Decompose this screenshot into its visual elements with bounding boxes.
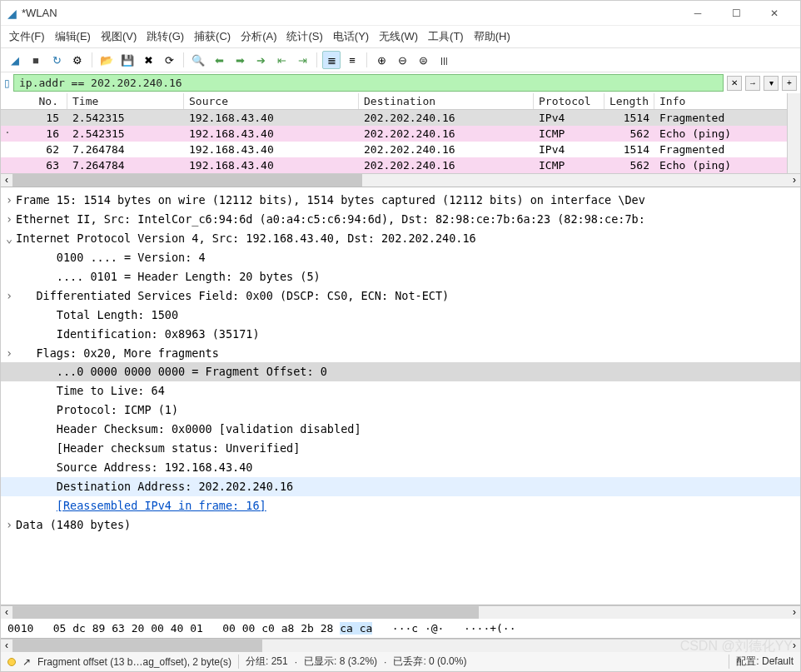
packet-row[interactable]: 162.542315192.168.43.40202.202.240.16ICM… <box>1 126 800 142</box>
cell-time: 2.542315 <box>67 126 184 142</box>
details-hscroll[interactable]: ‹› <box>1 605 800 619</box>
detail-row[interactable]: ›Frame 15: 1514 bytes on wire (12112 bit… <box>1 191 800 210</box>
bytes-hscroll[interactable]: ‹› <box>1 639 800 652</box>
save-icon[interactable]: 💾 <box>118 51 137 69</box>
detail-row[interactable]: Protocol: ICMP (1) <box>1 401 800 420</box>
menu-statistics[interactable]: 统计(S) <box>286 29 322 44</box>
maximize-button[interactable]: ☐ <box>717 1 755 26</box>
minimize-button[interactable]: ─ <box>679 1 717 26</box>
status-dropped: 已丢弃: 0 (0.0%) <box>393 655 466 669</box>
detail-row[interactable]: › Flags: 0x20, More fragments <box>1 344 800 363</box>
detail-row[interactable]: Header Checksum: 0x0000 [validation disa… <box>1 420 800 439</box>
col-destination[interactable]: Destination <box>359 93 534 109</box>
clear-filter-button[interactable]: ✕ <box>727 76 742 91</box>
autoscroll-icon[interactable]: ≣ <box>322 51 341 69</box>
detail-row[interactable]: Destination Address: 202.202.240.16 <box>1 477 800 496</box>
last-icon[interactable]: ⇥ <box>293 51 311 69</box>
packet-row[interactable]: 152.542315192.168.43.40202.202.240.16IPv… <box>1 110 800 126</box>
col-length[interactable]: Length <box>604 93 654 109</box>
back-icon[interactable]: ⬅ <box>210 51 228 69</box>
col-no[interactable]: No. <box>1 93 67 109</box>
detail-row[interactable]: ›Ethernet II, Src: IntelCor_c6:94:6d (a0… <box>1 210 800 229</box>
window-title: *WLAN <box>22 7 679 19</box>
col-info[interactable]: Info <box>654 93 800 109</box>
cell-info: Fragmented <box>654 110 800 126</box>
add-filter-button[interactable]: + <box>782 76 797 91</box>
menu-edit[interactable]: 编辑(E) <box>55 29 91 44</box>
titlebar: ◢ *WLAN ─ ☐ ✕ <box>1 1 800 26</box>
detail-row[interactable]: Time to Live: 64 <box>1 381 800 401</box>
bytes-hex-hl: ca ca <box>340 622 372 635</box>
cell-info: Echo (ping) <box>654 157 800 173</box>
menu-telephony[interactable]: 电话(Y) <box>333 29 369 44</box>
stop-capture-icon[interactable]: ■ <box>27 51 45 69</box>
cell-time: 7.264784 <box>67 157 184 173</box>
cell-dst: 202.202.240.16 <box>359 157 534 173</box>
menu-go[interactable]: 跳转(G) <box>147 29 184 44</box>
detail-row[interactable]: › Differentiated Services Field: 0x00 (D… <box>1 286 800 306</box>
packet-list-header: No. Time Source Destination Protocol Len… <box>1 93 800 110</box>
col-protocol[interactable]: Protocol <box>534 93 604 109</box>
detail-row[interactable]: ...0 0000 0000 0000 = Fragment Offset: 0 <box>1 362 800 381</box>
packet-list-hscroll[interactable]: ‹› <box>1 173 800 187</box>
find-icon[interactable]: 🔍 <box>189 51 207 69</box>
menu-view[interactable]: 视图(V) <box>101 29 137 44</box>
status-packets: 分组: 251 <box>238 655 288 669</box>
packet-list-vscroll[interactable] <box>787 93 800 173</box>
close-button[interactable]: ✕ <box>755 1 794 26</box>
packet-details-pane[interactable]: ›Frame 15: 1514 bytes on wire (12112 bit… <box>1 187 800 605</box>
col-source[interactable]: Source <box>184 93 359 109</box>
detail-row[interactable]: Total Length: 1500 <box>1 306 800 325</box>
bookmark-icon[interactable]: ▯ <box>4 77 10 89</box>
cell-src: 192.168.43.40 <box>184 110 359 126</box>
menu-help[interactable]: 帮助(H) <box>474 29 510 44</box>
apply-filter-button[interactable]: → <box>745 76 760 91</box>
detail-row[interactable]: [Reassembled IPv4 in frame: 16] <box>1 496 800 515</box>
packet-bytes-pane[interactable]: 0010 05 dc 89 63 20 00 40 01 00 00 c0 a8… <box>1 619 800 639</box>
status-bar: ↗ Fragment offset (13 b…ag_offset), 2 by… <box>1 652 800 671</box>
filter-history-button[interactable]: ▾ <box>764 76 779 91</box>
menu-capture[interactable]: 捕获(C) <box>194 29 231 44</box>
menu-wireless[interactable]: 无线(W) <box>379 29 418 44</box>
resize-columns-icon[interactable]: ⫼ <box>435 51 453 69</box>
forward-icon[interactable]: ➡ <box>231 51 249 69</box>
menu-analyze[interactable]: 分析(A) <box>241 29 276 44</box>
menu-file[interactable]: 文件(F) <box>9 29 45 44</box>
detail-row[interactable]: .... 0101 = Header Length: 20 bytes (5) <box>1 267 800 286</box>
expert-led-icon[interactable] <box>7 658 16 666</box>
cell-len: 562 <box>604 126 654 142</box>
goto-icon[interactable]: ➔ <box>251 51 270 69</box>
detail-row[interactable]: Source Address: 192.168.43.40 <box>1 458 800 477</box>
cell-time: 7.264784 <box>67 142 184 157</box>
close-file-icon[interactable]: ✖ <box>139 51 157 69</box>
detail-row[interactable]: Identification: 0x8963 (35171) <box>1 325 800 344</box>
zoom-in-icon[interactable]: ⊕ <box>372 51 391 69</box>
capture-file-icon[interactable]: ↗ <box>22 656 31 668</box>
cell-proto: ICMP <box>534 126 604 142</box>
detail-row[interactable]: ›Data (1480 bytes) <box>1 515 800 535</box>
packet-row[interactable]: 627.264784192.168.43.40202.202.240.16IPv… <box>1 142 800 157</box>
packet-row[interactable]: 637.264784192.168.43.40202.202.240.16ICM… <box>1 157 800 173</box>
reload-icon[interactable]: ⟳ <box>160 51 178 69</box>
restart-capture-icon[interactable]: ↻ <box>47 51 66 69</box>
detail-row[interactable]: [Header checksum status: Unverified] <box>1 439 800 458</box>
colorize-icon[interactable]: ≡ <box>343 51 361 69</box>
cell-len: 1514 <box>604 110 654 126</box>
first-icon[interactable]: ⇤ <box>272 51 291 69</box>
col-time[interactable]: Time <box>67 93 184 109</box>
cell-len: 562 <box>604 157 654 173</box>
display-filter-input[interactable] <box>13 74 724 92</box>
zoom-out-icon[interactable]: ⊖ <box>393 51 411 69</box>
open-icon[interactable]: 📂 <box>97 51 116 69</box>
status-field: Fragment offset (13 b…ag_offset), 2 byte… <box>37 656 231 668</box>
zoom-reset-icon[interactable]: ⊜ <box>414 51 432 69</box>
cell-no: 16 <box>1 126 67 142</box>
detail-row[interactable]: 0100 .... = Version: 4 <box>1 248 800 267</box>
toolbar: ◢ ■ ↻ ⚙ 📂 💾 ✖ ⟳ 🔍 ⬅ ➡ ➔ ⇤ ⇥ ≣ ≡ ⊕ ⊖ ⊜ ⫼ <box>1 47 800 72</box>
status-profile[interactable]: 配置: Default <box>729 655 794 669</box>
options-icon[interactable]: ⚙ <box>68 51 87 69</box>
cell-dst: 202.202.240.16 <box>359 142 534 157</box>
detail-row[interactable]: ⌄Internet Protocol Version 4, Src: 192.1… <box>1 229 800 248</box>
menu-tools[interactable]: 工具(T) <box>428 29 464 44</box>
start-capture-icon[interactable]: ◢ <box>6 51 24 69</box>
